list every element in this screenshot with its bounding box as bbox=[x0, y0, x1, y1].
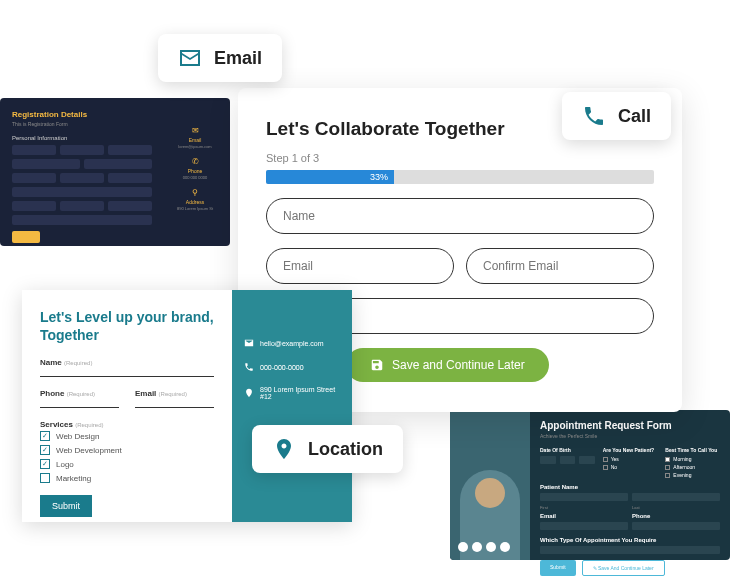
dark-input[interactable] bbox=[108, 201, 152, 211]
social-icon[interactable] bbox=[500, 542, 510, 552]
appt-save-button[interactable]: ✎ Save And Continue Later bbox=[582, 560, 665, 576]
new-patient-label: Are You New Patient? bbox=[603, 447, 658, 453]
dark-input[interactable] bbox=[12, 187, 152, 197]
confirm-email-input[interactable] bbox=[466, 248, 654, 284]
sidebar-address-label: Address bbox=[170, 199, 220, 205]
registration-card: Registration Details This is Registratio… bbox=[0, 98, 230, 246]
contact-phone: 000-000-0000 bbox=[260, 364, 304, 371]
brand-card: Let's Level up your brand, Together Name… bbox=[22, 290, 352, 522]
service-checkbox[interactable]: ✓Logo bbox=[40, 459, 214, 469]
email-pill[interactable]: Email bbox=[158, 34, 282, 82]
dark-input[interactable] bbox=[60, 145, 104, 155]
save-button-label: Save and Continue Later bbox=[392, 358, 525, 372]
dark-input[interactable] bbox=[60, 173, 104, 183]
progress-fill: 33% bbox=[266, 170, 394, 184]
email-pill-label: Email bbox=[214, 48, 262, 69]
morning-option[interactable]: Morning bbox=[665, 456, 720, 462]
sidebar-address-text: 890 Lorem Ipsum St bbox=[170, 206, 220, 211]
dark-input[interactable] bbox=[108, 173, 152, 183]
phone-icon bbox=[244, 362, 254, 372]
location-icon bbox=[272, 437, 296, 461]
appt-email-field[interactable] bbox=[540, 522, 628, 530]
name-label: Name (Required) bbox=[40, 358, 214, 367]
sidebar-phone-text: 000 000 0000 bbox=[170, 175, 220, 180]
email-icon bbox=[244, 338, 254, 348]
phone-label: Phone (Required) bbox=[40, 389, 119, 398]
registration-contact-sidebar: ✉ Email lorem@ipsum.com ✆ Phone 000 000 … bbox=[170, 118, 220, 211]
contact-email: hello@example.com bbox=[260, 340, 324, 347]
social-icons bbox=[458, 542, 510, 552]
brand-title: Let's Level up your brand, Together bbox=[40, 308, 214, 344]
email-label: Email (Required) bbox=[135, 389, 214, 398]
appointment-title: Appointment Request Form bbox=[540, 420, 720, 431]
email-icon: ✉ bbox=[170, 126, 220, 135]
evening-option[interactable]: Evening bbox=[665, 472, 720, 478]
sidebar-phone-label: Phone bbox=[170, 168, 220, 174]
social-icon[interactable] bbox=[486, 542, 496, 552]
location-pill[interactable]: Location bbox=[252, 425, 403, 473]
dark-input[interactable] bbox=[12, 215, 152, 225]
service-checkbox[interactable]: ✓Web Development bbox=[40, 445, 214, 455]
best-time-label: Best Time To Call You bbox=[665, 447, 720, 453]
last-name-field[interactable] bbox=[632, 493, 720, 501]
location-icon: ⚲ bbox=[170, 188, 220, 197]
yes-option[interactable]: Yes bbox=[603, 456, 658, 462]
save-continue-button[interactable]: Save and Continue Later bbox=[346, 348, 549, 382]
name-input[interactable] bbox=[266, 198, 654, 234]
dark-input[interactable] bbox=[12, 159, 80, 169]
appt-phone-field[interactable] bbox=[632, 522, 720, 530]
appointment-image bbox=[450, 410, 530, 560]
name-field[interactable] bbox=[40, 369, 214, 377]
brand-contact-sidebar: hello@example.com 000-000-0000 890 Lorem… bbox=[232, 290, 352, 522]
call-pill[interactable]: Call bbox=[562, 92, 671, 140]
save-icon bbox=[370, 358, 384, 372]
appointment-subtitle: Achieve the Perfect Smile bbox=[540, 433, 720, 439]
dob-field[interactable] bbox=[579, 456, 595, 464]
phone-icon bbox=[582, 104, 606, 128]
progress-label: 33% bbox=[370, 170, 388, 184]
dob-field[interactable] bbox=[540, 456, 556, 464]
appt-submit-button[interactable]: Submit bbox=[540, 560, 576, 576]
dob-field[interactable] bbox=[560, 456, 576, 464]
location-pill-label: Location bbox=[308, 439, 383, 460]
sidebar-email-label: Email bbox=[170, 137, 220, 143]
first-name-field[interactable] bbox=[540, 493, 628, 501]
afternoon-option[interactable]: Afternoon bbox=[665, 464, 720, 470]
dark-input[interactable] bbox=[12, 201, 56, 211]
email-field[interactable] bbox=[135, 400, 214, 408]
dob-label: Date Of Birth bbox=[540, 447, 595, 453]
appointment-card: Appointment Request Form Achieve the Per… bbox=[450, 410, 730, 560]
dark-input[interactable] bbox=[84, 159, 152, 169]
registration-submit-button[interactable] bbox=[12, 231, 40, 243]
sidebar-email-text: lorem@ipsum.com bbox=[170, 144, 220, 149]
no-option[interactable]: No bbox=[603, 464, 658, 470]
service-checkbox[interactable]: Marketing bbox=[40, 473, 214, 483]
phone-icon: ✆ bbox=[170, 157, 220, 166]
appt-phone-label: Phone bbox=[632, 513, 720, 519]
patient-name-label: Patient Name bbox=[540, 484, 720, 490]
appt-email-label: Email bbox=[540, 513, 628, 519]
location-icon bbox=[244, 388, 254, 398]
services-label: Services (Required) bbox=[40, 420, 214, 429]
appt-type-label: Which Type Of Appointment You Require bbox=[540, 537, 720, 543]
step-indicator: Step 1 of 3 bbox=[266, 152, 654, 164]
service-checkbox[interactable]: ✓Web Design bbox=[40, 431, 214, 441]
dark-input[interactable] bbox=[12, 173, 56, 183]
social-icon[interactable] bbox=[472, 542, 482, 552]
contact-address: 890 Lorem Ipsum Street #12 bbox=[260, 386, 340, 400]
dark-input[interactable] bbox=[108, 145, 152, 155]
dark-input[interactable] bbox=[60, 201, 104, 211]
email-icon bbox=[178, 46, 202, 70]
call-pill-label: Call bbox=[618, 106, 651, 127]
progress-bar: 33% bbox=[266, 170, 654, 184]
dark-input[interactable] bbox=[12, 145, 56, 155]
phone-field[interactable] bbox=[40, 400, 119, 408]
social-icon[interactable] bbox=[458, 542, 468, 552]
brand-submit-button[interactable]: Submit bbox=[40, 495, 92, 517]
email-input[interactable] bbox=[266, 248, 454, 284]
appt-type-field[interactable] bbox=[540, 546, 720, 554]
